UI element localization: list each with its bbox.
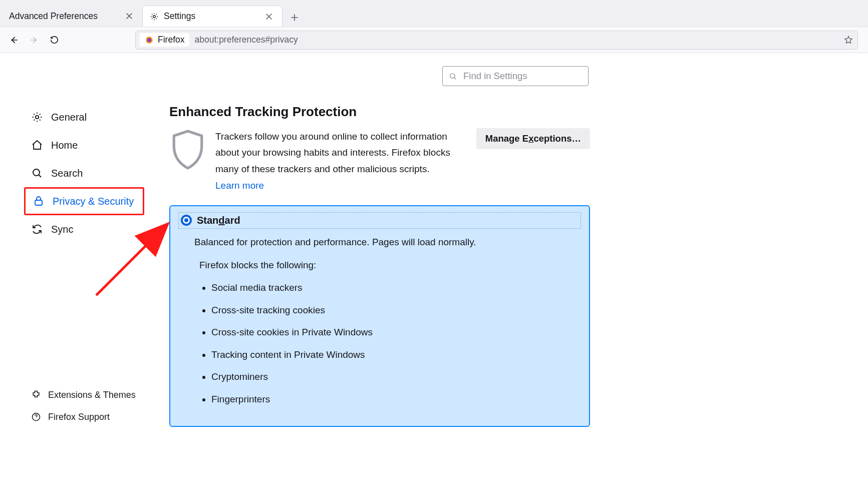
category-sidebar: General Home Search Privacy & Security S… [24,103,144,243]
close-icon[interactable] [263,11,275,23]
list-item: Fingerprinters [211,388,581,411]
standard-protection-card[interactable]: Standard Balanced for protection and per… [169,205,590,427]
forward-button[interactable] [25,31,43,49]
close-icon[interactable] [123,10,135,22]
manage-exceptions-button[interactable]: Manage Exceptions… [476,128,590,149]
svg-point-5 [33,169,40,176]
sidebar-item-home[interactable]: Home [24,131,144,159]
svg-point-0 [153,15,156,18]
bookmark-star-icon[interactable] [843,35,853,45]
svg-point-4 [36,116,39,119]
svg-point-2 [147,38,151,42]
svg-point-3 [450,73,455,78]
new-tab-button[interactable] [288,12,301,24]
tab-label: Settings [164,11,195,22]
tab-advanced-preferences[interactable]: Advanced Preferences [2,6,142,27]
sidebar-item-label: General [51,112,87,123]
card-title: Standard [197,215,240,226]
sidebar-item-label: Search [51,168,83,179]
settings-page: General Home Search Privacy & Security S… [0,53,868,498]
sidebar-item-sync[interactable]: Sync [24,215,144,243]
list-item: Cross-site tracking cookies [211,299,581,322]
learn-more-link[interactable]: Learn more [215,180,264,191]
tab-label: Advanced Preferences [9,11,98,22]
list-item: Cryptominers [211,366,581,388]
find-in-settings[interactable] [442,66,589,86]
button-label: Manage Exceptions… [485,133,581,144]
list-item: Social media trackers [211,277,581,299]
list-item: Tracking content in Private Windows [211,344,581,366]
standard-radio-header[interactable]: Standard [178,212,581,229]
reload-button[interactable] [45,31,63,49]
card-description: Balanced for protection and performance.… [194,237,581,248]
tab-settings[interactable]: Settings [142,6,282,27]
etp-description: Trackers follow you around online to col… [215,129,456,177]
identity-box[interactable]: Firefox [140,33,189,47]
blocks-list: Social media trackers Cross-site trackin… [199,277,581,411]
blocks-heading: Firefox blocks the following: [199,260,581,271]
sidebar-item-label: Home [51,140,78,151]
search-icon [449,72,457,81]
sidebar-footer: Extensions & Themes Firefox Support [24,384,144,428]
page-title: Enhanced Tracking Protection [169,104,590,120]
sidebar-item-search[interactable]: Search [24,159,144,187]
back-button[interactable] [5,31,23,49]
list-item: Cross-site cookies in Private Windows [211,321,581,344]
extensions-themes-link[interactable]: Extensions & Themes [24,384,144,406]
tab-strip: Advanced Preferences Settings [0,0,868,27]
link-label: Firefox Support [48,412,110,422]
firefox-support-link[interactable]: Firefox Support [24,406,144,428]
find-input[interactable] [462,70,582,82]
link-label: Extensions & Themes [48,390,136,400]
sidebar-item-general[interactable]: General [24,103,144,131]
identity-label: Firefox [158,35,184,45]
firefox-icon [145,36,154,45]
svg-rect-6 [35,200,42,205]
url-text: about:preferences#privacy [194,35,298,45]
radio-selected-icon[interactable] [181,215,192,226]
sidebar-item-privacy[interactable]: Privacy & Security [24,187,144,215]
shield-icon [169,129,206,171]
sidebar-item-label: Privacy & Security [53,196,134,207]
sidebar-item-label: Sync [51,224,73,235]
url-bar[interactable]: Firefox about:preferences#privacy [135,31,858,50]
main-content: Enhanced Tracking Protection Manage Exce… [169,104,590,427]
gear-icon [150,12,159,21]
nav-toolbar: Firefox about:preferences#privacy [0,27,868,53]
